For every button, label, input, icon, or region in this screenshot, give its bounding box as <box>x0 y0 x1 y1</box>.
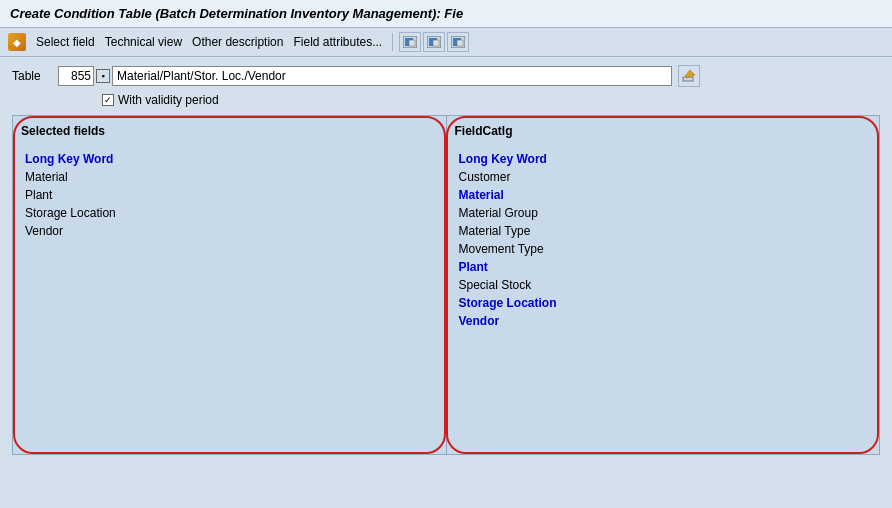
edit-table-button[interactable] <box>678 65 700 87</box>
technical-view-button[interactable]: Technical view <box>101 33 186 51</box>
field-catalog-list: Long Key WordCustomerMaterialMaterial Gr… <box>455 150 872 330</box>
svg-rect-8 <box>457 40 463 46</box>
page-title: Create Condition Table (Batch Determinat… <box>10 6 463 21</box>
field-catalog-panel: FieldCatlg Long Key WordCustomerMaterial… <box>447 116 880 454</box>
left-field-item[interactable]: Vendor <box>21 222 438 240</box>
right-field-item[interactable]: Long Key Word <box>455 150 872 168</box>
export-icon-1 <box>403 36 417 48</box>
right-field-item[interactable]: Material <box>455 186 872 204</box>
field-catalog-header: FieldCatlg <box>455 124 872 142</box>
right-field-item[interactable]: Movement Type <box>455 240 872 258</box>
table-picker-icon[interactable]: ▪ <box>96 69 110 83</box>
right-field-item[interactable]: Customer <box>455 168 872 186</box>
validity-label: With validity period <box>118 93 219 107</box>
right-field-item[interactable]: Vendor <box>455 312 872 330</box>
svg-rect-2 <box>409 40 415 46</box>
left-field-item[interactable]: Storage Location <box>21 204 438 222</box>
field-attributes-button[interactable]: Field attributes... <box>289 33 386 51</box>
export-icon-3 <box>451 36 465 48</box>
selected-fields-list: Long Key WordMaterialPlantStorage Locati… <box>21 150 438 240</box>
right-field-item[interactable]: Material Group <box>455 204 872 222</box>
other-description-button[interactable]: Other description <box>188 33 287 51</box>
svg-marker-10 <box>685 70 695 78</box>
export-button-3[interactable] <box>447 32 469 52</box>
export-button-2[interactable] <box>423 32 445 52</box>
app-icon: ◆ <box>8 33 26 51</box>
right-field-item[interactable]: Plant <box>455 258 872 276</box>
select-field-button[interactable]: Select field <box>32 33 99 51</box>
left-field-item[interactable]: Plant <box>21 186 438 204</box>
right-field-item[interactable]: Storage Location <box>455 294 872 312</box>
left-field-item[interactable]: Long Key Word <box>21 150 438 168</box>
content-area: Table ▪ ✓ With validity period Selected … <box>0 57 892 467</box>
table-text-input[interactable] <box>112 66 672 86</box>
selected-fields-panel: Selected fields Long Key WordMaterialPla… <box>13 116 447 454</box>
right-field-item[interactable]: Special Stock <box>455 276 872 294</box>
toolbar: ◆ Select field Technical view Other desc… <box>0 28 892 57</box>
validity-checkbox[interactable]: ✓ <box>102 94 114 106</box>
export-button-1[interactable] <box>399 32 421 52</box>
separator-1 <box>392 33 393 51</box>
validity-row: ✓ With validity period <box>102 93 880 107</box>
table-label: Table <box>12 69 52 83</box>
title-bar: Create Condition Table (Batch Determinat… <box>0 0 892 28</box>
svg-rect-5 <box>433 40 439 46</box>
table-field-row: Table ▪ <box>12 65 880 87</box>
table-number-input[interactable] <box>58 66 94 86</box>
edit-icon <box>682 69 696 83</box>
right-field-item[interactable]: Material Type <box>455 222 872 240</box>
export-icon-2 <box>427 36 441 48</box>
selected-fields-header: Selected fields <box>21 124 438 142</box>
main-panel: Selected fields Long Key WordMaterialPla… <box>12 115 880 455</box>
left-field-item[interactable]: Material <box>21 168 438 186</box>
table-input-wrapper: ▪ <box>58 66 672 86</box>
